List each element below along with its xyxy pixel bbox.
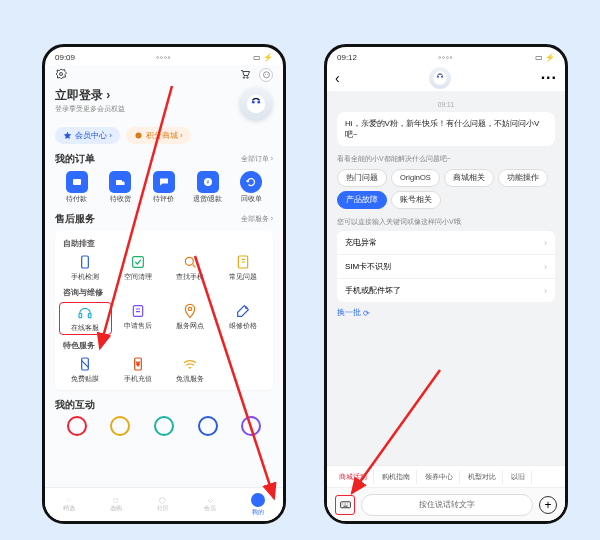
chip-member-center[interactable]: 会员中心 › <box>55 127 120 144</box>
ql-buy-guide[interactable]: 购机指南 <box>376 470 417 484</box>
chevron-right-icon: › <box>544 262 547 272</box>
interact-5[interactable] <box>241 416 261 436</box>
gear-icon[interactable] <box>55 68 67 82</box>
q-sim[interactable]: SIM卡不识别› <box>337 255 555 279</box>
item-find-phone[interactable]: 查找手机 <box>164 253 217 282</box>
svg-point-18 <box>186 257 194 265</box>
item-online-service[interactable]: 在线客服 <box>59 302 112 335</box>
status-right: ▭ ⚡ <box>253 53 273 62</box>
direct-hint: 您可以直接输入关键词或像这样问小V哦 <box>337 217 555 227</box>
ql-trade[interactable]: 以旧 <box>505 470 532 484</box>
svg-point-8 <box>252 101 255 104</box>
order-pending-review[interactable]: 待评价 <box>144 171 184 204</box>
q-broken[interactable]: 手机或配件坏了› <box>337 279 555 302</box>
item-free-data[interactable]: 免流服务 <box>164 355 217 384</box>
aftersale-title: 售后服务 <box>55 212 95 226</box>
refresh-batch[interactable]: 换一批⟳ <box>337 308 370 318</box>
voice-input[interactable]: 按住说话转文字 <box>361 494 533 516</box>
aftersale-more[interactable]: 全部服务 › <box>241 214 273 224</box>
avatar-large[interactable] <box>239 87 273 121</box>
interact-2[interactable] <box>110 416 130 436</box>
svg-point-1 <box>60 73 63 76</box>
item-apply-aftersale[interactable]: 申请售后 <box>112 302 165 335</box>
item-faq[interactable]: 常见问题 <box>217 253 270 282</box>
svg-point-23 <box>189 307 192 310</box>
group-consult-title: 咨询与维修 <box>63 288 269 298</box>
tab-member[interactable]: ◇会员 <box>204 496 216 513</box>
tab-featured[interactable]: ♡精选 <box>63 496 75 513</box>
chevron-right-icon: › <box>544 238 547 248</box>
chip-points-mall[interactable]: 积分商城 › <box>126 127 191 144</box>
greeting-bubble: Hi，亲爱的V粉，新年快乐！有什么问题，不妨问问小V吧~ <box>337 112 555 146</box>
bottom-tabs: ♡精选 ▢选购 ◯社区 ◇会员 我的 <box>45 487 283 521</box>
status-icons: ◦◦◦◦ <box>156 53 171 62</box>
quick-links: 商城活动 购机指南 领券中心 机型对比 以旧 <box>327 465 565 487</box>
item-phone-check[interactable]: 手机检测 <box>59 253 112 282</box>
orders-more[interactable]: 全部订单 › <box>241 154 273 164</box>
status-bar: 09:09 ◦◦◦◦ ▭ ⚡ <box>45 47 283 65</box>
q-charging[interactable]: 充电异常› <box>337 231 555 255</box>
item-space-clean[interactable]: 空间清理 <box>112 253 165 282</box>
svg-point-30 <box>441 76 443 78</box>
plus-icon[interactable]: + <box>539 496 557 514</box>
item-free-film[interactable]: 免费贴膜 <box>59 355 112 384</box>
item-repair-price[interactable]: 维修价格 <box>217 302 270 335</box>
chevron-right-icon: › <box>544 286 547 296</box>
order-recycle[interactable]: 回收单 <box>231 171 271 204</box>
interact-3[interactable] <box>154 416 174 436</box>
cat-originos[interactable]: OriginOS <box>391 169 440 187</box>
category-hint: 看看全能的小V都能解决什么问题吧~ <box>337 154 555 164</box>
svg-rect-16 <box>82 256 89 268</box>
cat-hot[interactable]: 热门问题 <box>337 169 387 187</box>
tab-community[interactable]: ◯社区 <box>157 496 169 513</box>
svg-rect-17 <box>132 257 143 268</box>
refresh-icon: ⟳ <box>363 309 370 318</box>
ql-compare[interactable]: 机型对比 <box>462 470 503 484</box>
ql-coupons[interactable]: 领券中心 <box>419 470 460 484</box>
interact-4[interactable] <box>198 416 218 436</box>
order-pending-receive[interactable]: 待收货 <box>100 171 140 204</box>
cat-function[interactable]: 功能操作 <box>498 169 548 187</box>
phone-left: 09:09 ◦◦◦◦ ▭ ⚡ 立即登录 › 登录享受更多会员权益 会员中心 › … <box>42 44 286 524</box>
back-icon[interactable]: ‹ <box>335 70 340 86</box>
login-subtitle: 登录享受更多会员权益 <box>55 104 125 114</box>
group-special-title: 特色服务 <box>63 341 269 351</box>
svg-rect-22 <box>133 306 142 317</box>
svg-point-5 <box>264 73 265 74</box>
svg-rect-11 <box>73 179 81 185</box>
svg-marker-0 <box>56 69 67 79</box>
svg-point-4 <box>263 71 269 77</box>
login-title[interactable]: 立即登录 › <box>55 87 125 104</box>
item-phone-topup[interactable]: ¥手机充值 <box>112 355 165 384</box>
chat-timestamp: 09:11 <box>337 101 555 108</box>
keyboard-icon[interactable] <box>335 495 355 515</box>
cat-account[interactable]: 账号相关 <box>391 191 441 209</box>
svg-rect-12 <box>116 180 122 185</box>
svg-point-3 <box>247 77 249 79</box>
cart-icon[interactable] <box>239 68 251 82</box>
interact-title: 我的互动 <box>55 398 95 412</box>
item-service-point[interactable]: 服务网点 <box>164 302 217 335</box>
more-icon[interactable]: ··· <box>541 69 557 87</box>
svg-point-2 <box>243 77 245 79</box>
order-pending-pay[interactable]: 待付款 <box>57 171 97 204</box>
svg-point-24 <box>245 307 246 308</box>
order-refund[interactable]: ¥退货/退款 <box>188 171 228 204</box>
chat-avatar <box>429 67 451 89</box>
svg-point-9 <box>257 101 260 104</box>
group-self-title: 自助排查 <box>63 239 269 249</box>
svg-point-29 <box>437 76 439 78</box>
avatar-small[interactable] <box>259 68 273 82</box>
phone-right: 09:12 ◦◦◦◦ ▭ ⚡ ‹ ··· 09:11 Hi，亲爱的V粉，新年快乐… <box>324 44 568 524</box>
tab-mine[interactable]: 我的 <box>251 493 265 517</box>
status-bar-r: 09:12 ◦◦◦◦ ▭ ⚡ <box>327 47 565 65</box>
svg-point-6 <box>267 73 268 74</box>
orders-title: 我的订单 <box>55 152 95 166</box>
ql-mall-event[interactable]: 商城活动 <box>333 470 374 484</box>
tab-shop[interactable]: ▢选购 <box>110 496 122 513</box>
cat-mall[interactable]: 商城相关 <box>444 169 494 187</box>
svg-text:¥: ¥ <box>136 361 139 367</box>
interact-1[interactable] <box>67 416 87 436</box>
cat-product-fault[interactable]: 产品故障 <box>337 191 387 209</box>
svg-text:¥: ¥ <box>206 179 209 185</box>
